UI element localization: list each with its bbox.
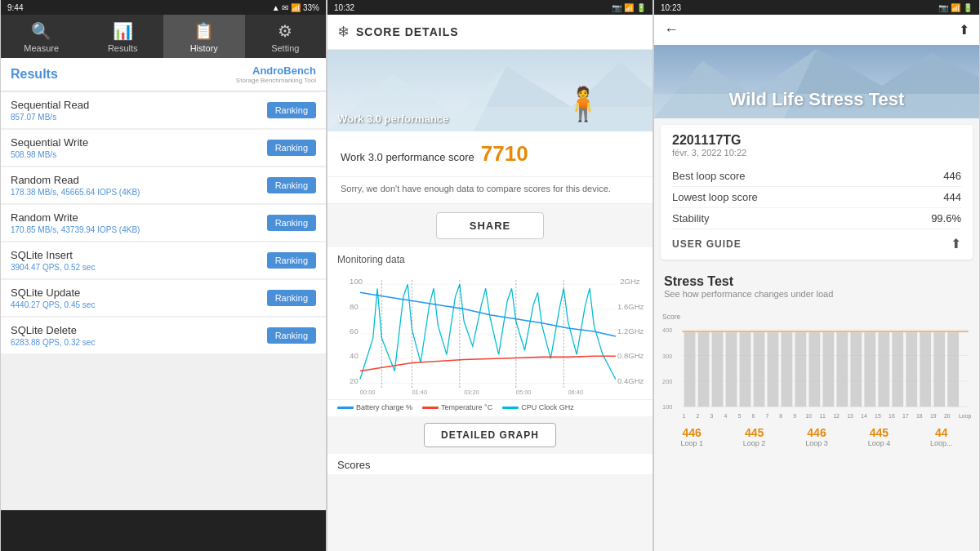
nav-setting-label: Setting (271, 43, 299, 53)
svg-rect-44 (698, 332, 710, 407)
svg-text:80: 80 (350, 303, 359, 311)
item-sub: 170.85 MB/s, 43739.94 IOPS (4KB) (11, 225, 140, 234)
results-icon: 📊 (113, 21, 133, 41)
best-loop-key: Best loop score (672, 170, 746, 182)
logo-sub: Storage Benchmarking Tool (236, 77, 316, 84)
svg-text:Loop: Loop (959, 413, 972, 420)
ranking-button[interactable]: Ranking (267, 102, 316, 118)
stress-sub: See how performance changes under load (664, 289, 969, 299)
item-info: Random Read 178.38 MB/s, 45665.64 IOPS (… (11, 174, 140, 197)
status-icons-2: 📷 📶 🔋 (612, 3, 646, 12)
status-icons-1: ▲ ✉ 📶 33% (272, 3, 319, 12)
stability-val: 99.6% (931, 212, 961, 224)
score-row: Work 3.0 performance score 7710 (327, 131, 653, 177)
hero-image: Work 3.0 performance 🧍 (327, 50, 653, 131)
list-item: SQLite Delete 6283.88 QPS, 0.32 sec Rank… (1, 318, 326, 354)
item-info: SQLite Delete 6283.88 QPS, 0.32 sec (11, 324, 95, 347)
item-sub: 178.38 MB/s, 45665.64 IOPS (4KB) (11, 188, 140, 197)
ranking-button[interactable]: Ranking (267, 290, 316, 306)
nav-results-label: Results (108, 43, 138, 53)
item-name: Sequential Write (11, 136, 88, 149)
status-icons-3: 📷 📶 🔋 (938, 3, 973, 12)
loop-3-score: 446 (786, 426, 848, 439)
back-icon[interactable]: ← (664, 21, 679, 38)
svg-text:03:20: 03:20 (464, 389, 479, 396)
svg-text:40: 40 (350, 353, 359, 361)
result-date: févr. 3, 2022 10:22 (672, 148, 961, 158)
svg-text:01:40: 01:40 (412, 389, 428, 396)
ranking-button[interactable]: Ranking (267, 252, 316, 269)
nav-history[interactable]: 📋 History (163, 15, 245, 58)
svg-text:17: 17 (902, 413, 909, 419)
svg-rect-53 (822, 332, 834, 407)
snowflake-icon: ❄ (337, 23, 350, 41)
best-loop-row: Best loop score 446 (672, 166, 961, 187)
share-button[interactable]: SHARE (436, 212, 545, 239)
loop-1-score: 446 (661, 426, 723, 439)
nav-measure[interactable]: 🔍 Measure (1, 15, 82, 58)
history-icon: 📋 (194, 21, 214, 41)
svg-rect-59 (906, 332, 917, 407)
svg-text:19: 19 (930, 413, 937, 419)
status-time-1: 9:44 (7, 3, 23, 12)
score-details-header: ❄ SCORE DETAILS (327, 15, 653, 50)
sorry-text: Sorry, we don't have enough data to comp… (327, 177, 653, 204)
item-name: SQLite Insert (11, 249, 95, 261)
user-guide-share-icon[interactable]: ⬆ (951, 236, 961, 251)
monitoring-header: Monitoring data (327, 247, 653, 269)
item-sub: 6283.88 QPS, 0.32 sec (11, 338, 95, 347)
ranking-button[interactable]: Ranking (267, 177, 316, 193)
result-card: 2201117TG févr. 3, 2022 10:22 Best loop … (661, 125, 973, 260)
svg-rect-62 (947, 332, 959, 407)
list-item: Random Write 170.85 MB/s, 43739.94 IOPS … (1, 205, 326, 242)
stress-chart: Score 400 300 200 100 (654, 309, 979, 423)
svg-text:200: 200 (662, 378, 672, 385)
ranking-button[interactable]: Ranking (267, 140, 316, 156)
svg-rect-50 (781, 332, 792, 407)
measure-icon: 🔍 (31, 21, 51, 41)
cpu-legend-dot (502, 407, 519, 409)
svg-text:400: 400 (662, 327, 672, 334)
scores-section-label: Scores (327, 454, 653, 474)
list-item: Sequential Write 508.98 MB/s Ranking (1, 130, 326, 167)
svg-text:2GHz: 2GHz (620, 278, 640, 286)
svg-text:100: 100 (662, 403, 672, 411)
user-guide-row: USER GUIDE ⬆ (672, 229, 961, 251)
ranking-button[interactable]: Ranking (267, 327, 316, 344)
nav-setting[interactable]: ⚙ Setting (245, 15, 327, 58)
item-info: Random Write 170.85 MB/s, 43739.94 IOPS … (11, 211, 140, 234)
detailed-graph-button[interactable]: DETAILED GRAPH (424, 423, 556, 447)
svg-text:11: 11 (819, 413, 826, 419)
svg-text:15: 15 (875, 413, 881, 419)
ranking-button[interactable]: Ranking (267, 215, 316, 231)
loop-1-label: Loop 1 (661, 439, 723, 447)
best-loop-val: 446 (943, 170, 961, 182)
share-icon[interactable]: ⬆ (959, 22, 969, 38)
nav-measure-label: Measure (24, 43, 59, 53)
svg-rect-55 (850, 332, 862, 407)
loop-item-5: 44 Loop... (911, 426, 973, 447)
svg-rect-57 (878, 332, 889, 407)
svg-text:60: 60 (350, 327, 359, 335)
loop-item-2: 445 Loop 2 (723, 426, 785, 447)
top-bar-3: ← ⬆ (654, 15, 979, 45)
item-info: Sequential Read 857.07 MB/s (11, 99, 89, 122)
svg-rect-56 (864, 332, 875, 407)
svg-text:100: 100 (350, 278, 363, 286)
svg-text:05:00: 05:00 (516, 389, 532, 396)
svg-text:16: 16 (889, 413, 895, 419)
user-guide-label: USER GUIDE (672, 238, 742, 250)
svg-text:0.4GHz: 0.4GHz (617, 377, 644, 385)
list-item: Sequential Read 857.07 MB/s Ranking (1, 92, 326, 129)
nav-results[interactable]: 📊 Results (82, 15, 164, 58)
legend-cpu: CPU Clock GHz (502, 403, 574, 411)
result-id: 2201117TG (672, 133, 961, 148)
figure-icon: 🧍 (563, 85, 604, 123)
nav-bar-1: 🔍 Measure 📊 Results 📋 History ⚙ Setting (1, 15, 326, 58)
battery-legend-label: Battery charge % (356, 403, 412, 411)
loop-item-4: 445 Loop 4 (848, 426, 910, 447)
svg-rect-61 (933, 332, 945, 407)
lowest-loop-val: 444 (943, 191, 961, 203)
svg-rect-54 (836, 332, 848, 407)
wild-life-title: Wild Life Stress Test (654, 89, 979, 110)
